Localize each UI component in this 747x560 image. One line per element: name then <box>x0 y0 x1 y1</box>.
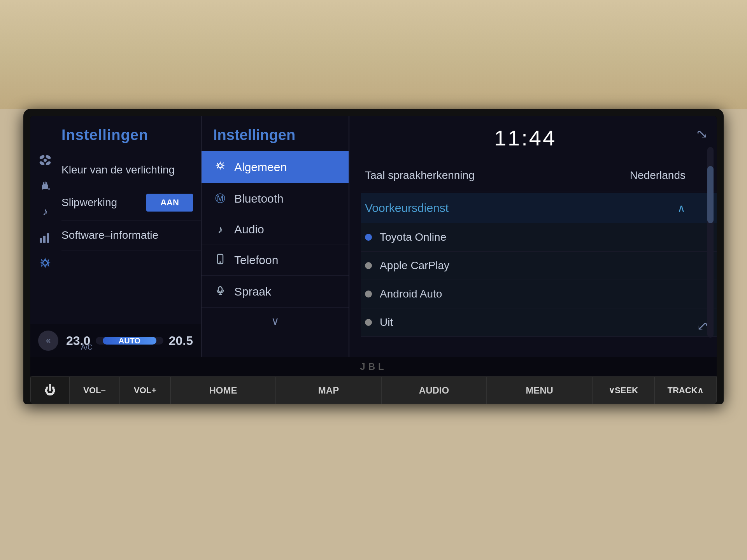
slipwerking-item[interactable]: Slipwerking AAN <box>61 185 201 220</box>
seek-label: ∨SEEK <box>608 385 638 396</box>
menu-item-telefoon[interactable]: Telefoon <box>202 245 349 276</box>
voorkeur-section: Voorkeursdienst ∧ Toyota Online Apple Ca… <box>361 193 717 337</box>
middle-panel: Instellingen Algemeen <box>202 116 349 357</box>
audio-icon: ♪ <box>213 223 227 236</box>
language-setting-row[interactable]: Taal spraakherkenning Nederlands <box>361 160 717 191</box>
vol-minus-button[interactable]: VOL– <box>69 376 120 404</box>
slipwerking-toggle[interactable]: AAN <box>146 194 193 212</box>
language-setting-label: Taal spraakherkenning <box>365 169 475 182</box>
seat-heat-icon <box>36 177 54 195</box>
option-toyota[interactable]: Toyota Online <box>361 223 717 252</box>
temp-right-value: 20.5 <box>169 334 193 348</box>
svg-point-9 <box>43 261 47 265</box>
software-item[interactable]: Software–informatie <box>61 220 201 250</box>
option-android[interactable]: Android Auto <box>361 280 717 308</box>
bluetooth-label: Bluetooth <box>234 192 284 205</box>
vol-plus-button[interactable]: VOL+ <box>120 376 170 404</box>
right-content: Taal spraakherkenning Nederlands Voorkeu… <box>349 160 717 357</box>
svg-rect-6 <box>40 238 42 243</box>
radio-toyota <box>365 234 372 241</box>
left-menu-items: Kleur van de verlichting Slipwerking AAN… <box>30 151 201 254</box>
kleur-item[interactable]: Kleur van de verlichting <box>61 155 201 185</box>
menu-item-spraak[interactable]: Spraak <box>202 276 349 308</box>
language-setting-value: Nederlands <box>630 169 686 182</box>
jbl-bar: JBL <box>30 357 717 376</box>
map-button[interactable]: MAP <box>276 376 381 404</box>
bluetooth-icon: Ⓜ <box>213 192 227 205</box>
home-label: HOME <box>209 385 237 396</box>
seek-button[interactable]: ∨SEEK <box>592 376 654 404</box>
radio-carplay <box>365 262 372 269</box>
voorkeur-chevron-icon: ∧ <box>677 202 686 215</box>
svg-rect-8 <box>47 233 49 243</box>
phone-icon <box>213 254 227 267</box>
audio-button[interactable]: AUDIO <box>381 376 487 404</box>
option-toyota-label: Toyota Online <box>380 231 446 243</box>
option-carplay[interactable]: Apple CarPlay <box>361 252 717 280</box>
screen-main: Instellingen <box>30 116 717 357</box>
music-icon: ♪ <box>36 202 54 221</box>
map-label: MAP <box>318 385 339 396</box>
bottom-bar: ⏻ VOL– VOL+ HOME MAP AUDIO MENU <box>30 376 717 404</box>
svg-point-13 <box>218 287 222 292</box>
option-android-label: Android Auto <box>380 288 442 300</box>
menu-item-audio[interactable]: ♪ Audio <box>202 214 349 245</box>
audio-label: AUDIO <box>419 385 449 396</box>
voorkeur-options: Toyota Online Apple CarPlay Android Auto <box>361 223 717 337</box>
power-button[interactable]: ⏻ <box>30 376 69 404</box>
menu-item-bluetooth[interactable]: Ⓜ Bluetooth <box>202 183 349 214</box>
chart-icon <box>36 228 54 247</box>
left-panel: Instellingen <box>30 116 202 357</box>
option-uit[interactable]: Uit <box>361 308 717 337</box>
left-bottom: « 23.0 AUTO 20.5 <box>30 324 201 357</box>
telefoon-label: Telefoon <box>234 254 278 267</box>
power-icon: ⏻ <box>44 384 55 397</box>
right-panel: 11:44 ⤤ Taal spraakherkenning Nederlands… <box>349 116 717 357</box>
middle-more-button[interactable]: ∨ <box>202 308 349 334</box>
jbl-logo: JBL <box>360 361 387 372</box>
option-uit-label: Uit <box>380 316 393 329</box>
menu-button[interactable]: MENU <box>487 376 592 404</box>
home-button[interactable]: HOME <box>170 376 276 404</box>
fan-icon <box>36 151 54 170</box>
right-header: 11:44 <box>349 116 717 160</box>
voorkeur-label: Voorkeursdienst <box>365 201 449 215</box>
scroll-up-button[interactable]: ⤤ <box>695 128 710 139</box>
scrollbar-track <box>707 147 714 338</box>
scrollbar-thumb[interactable] <box>707 166 714 223</box>
audio-label: Audio <box>234 223 264 236</box>
screen-container: Instellingen <box>30 116 717 404</box>
voorkeur-header[interactable]: Voorkeursdienst ∧ <box>361 193 717 223</box>
middle-menu: Algemeen Ⓜ Bluetooth ♪ Audio <box>202 151 349 308</box>
gear-icon <box>36 254 54 272</box>
software-label: Software–informatie <box>61 229 158 242</box>
vol-minus-label: VOL– <box>83 385 105 396</box>
menu-item-algemeen[interactable]: Algemeen <box>202 151 349 183</box>
track-button[interactable]: TRACK∧ <box>654 376 717 404</box>
left-panel-title: Instellingen <box>30 116 201 151</box>
vol-plus-label: VOL+ <box>134 385 156 396</box>
svg-rect-7 <box>43 236 46 243</box>
algemeen-label: Algemeen <box>234 161 287 174</box>
time-display: 11:44 <box>494 125 556 150</box>
left-menu-icons: ♪ <box>36 151 54 272</box>
radio-uit <box>365 319 372 326</box>
menu-label: MENU <box>526 385 553 396</box>
device-outer: Instellingen <box>23 109 724 404</box>
radio-android <box>365 290 372 298</box>
algemeen-icon <box>213 160 227 174</box>
spraak-label: Spraak <box>234 285 271 298</box>
chevron-down-icon: ∨ <box>271 315 279 327</box>
slipwerking-label: Slipwerking <box>61 196 117 209</box>
svg-point-12 <box>219 261 221 263</box>
svg-point-5 <box>48 188 50 190</box>
temp-bar: AUTO <box>96 337 163 345</box>
center-buttons: HOME MAP AUDIO MENU <box>170 376 592 404</box>
kleur-label: Kleur van de verlichting <box>61 164 175 176</box>
svg-point-0 <box>44 159 47 162</box>
track-label: TRACK∧ <box>668 385 704 396</box>
temp-bar-label: AUTO <box>119 336 140 345</box>
back-icon: « <box>46 336 51 346</box>
option-carplay-label: Apple CarPlay <box>380 259 449 272</box>
back-button[interactable]: « <box>38 331 58 351</box>
